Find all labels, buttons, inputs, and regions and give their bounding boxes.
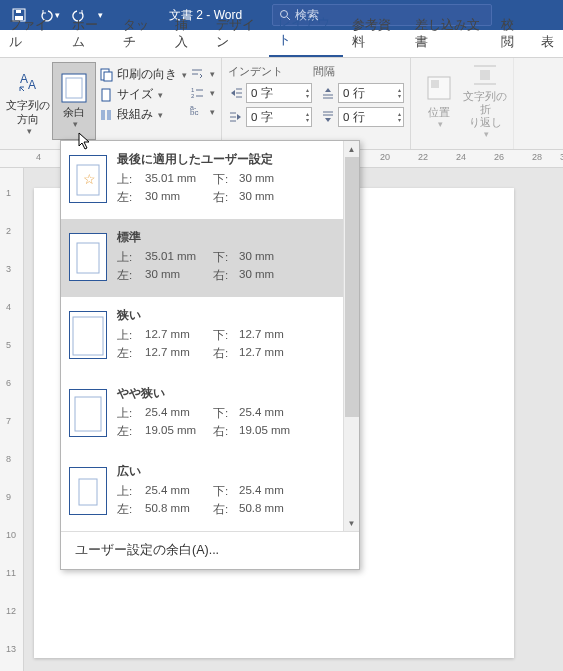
line-numbers-icon: 12 [189, 85, 205, 101]
tab-9[interactable]: 表 [532, 28, 563, 57]
margin-thumb-icon: ☆ [69, 155, 107, 203]
preset-title: 広い [117, 463, 351, 480]
margins-icon [58, 72, 90, 104]
svg-rect-13 [107, 110, 111, 120]
orientation-button[interactable]: 印刷の向き▾ [98, 66, 187, 83]
margin-thumb-icon [69, 389, 107, 437]
svg-text:a-: a- [190, 105, 197, 111]
page-setup-group: AA 文字列の 方向▾ 余白▾ 印刷の向き▾ サイズ▾ 段組み▾ ▾ 12▾ b… [0, 58, 222, 149]
custom-margins-item[interactable]: ユーザー設定の余白(A)... [61, 531, 359, 569]
paragraph-group: インデント 間隔 0 字 0 行 0 字 0 行 [222, 58, 411, 149]
tab-1[interactable]: ホーム [63, 11, 115, 57]
margins-button[interactable]: 余白▾ [52, 62, 96, 140]
hyphenation-button[interactable]: bca-▾ [189, 104, 215, 120]
margin-thumb-icon [69, 467, 107, 515]
tab-6[interactable]: 参考資料 [343, 11, 406, 57]
indent-left-input[interactable]: 0 字 [246, 83, 312, 103]
margins-dropdown: ☆最後に適用したユーザー設定上:35.01 mm下:30 mm左:30 mm右:… [60, 140, 360, 570]
tab-5[interactable]: レイアウト [269, 9, 343, 57]
svg-rect-31 [431, 80, 439, 88]
margin-preset-0[interactable]: ☆最後に適用したユーザー設定上:35.01 mm下:30 mm左:30 mm右:… [61, 141, 359, 219]
columns-button[interactable]: 段組み▾ [98, 106, 187, 123]
svg-text:A: A [28, 78, 36, 92]
margin-preset-4[interactable]: 広い上:25.4 mm下:25.4 mm左:50.8 mm右:50.8 mm [61, 453, 359, 531]
tab-3[interactable]: 挿入 [166, 11, 206, 57]
svg-rect-37 [77, 243, 99, 273]
size-button[interactable]: サイズ▾ [98, 86, 187, 103]
tab-8[interactable]: 校閲 [492, 11, 532, 57]
breaks-button[interactable]: ▾ [189, 66, 215, 82]
margin-preset-1[interactable]: 標準上:35.01 mm下:30 mm左:30 mm右:30 mm [61, 219, 359, 297]
svg-text:2: 2 [191, 93, 195, 99]
vertical-ruler[interactable]: 12345678910111213 [0, 168, 24, 671]
ribbon: AA 文字列の 方向▾ 余白▾ 印刷の向き▾ サイズ▾ 段組み▾ ▾ 12▾ b… [0, 58, 563, 150]
spacing-label: 間隔 [313, 62, 335, 81]
svg-rect-39 [75, 397, 101, 431]
spacing-before-input[interactable]: 0 行 [338, 83, 404, 103]
scroll-down-button[interactable]: ▼ [344, 515, 359, 531]
size-icon [98, 87, 114, 103]
ribbon-tabs: ファイルホームタッチ挿入デザインレイアウト参考資料差し込み文書校閲表 [0, 30, 563, 58]
preset-title: やや狭い [117, 385, 351, 402]
wrap-text-icon [469, 62, 501, 88]
arrange-group: 位置▾ 文字列の折 り返し▾ [411, 58, 514, 149]
indent-right-icon [228, 109, 244, 125]
text-direction-icon: AA [12, 65, 44, 97]
spacing-before-icon [320, 85, 336, 101]
margin-thumb-icon [69, 311, 107, 359]
position-icon [423, 72, 455, 104]
tab-0[interactable]: ファイル [0, 11, 63, 57]
svg-text:☆: ☆ [83, 171, 96, 187]
breaks-icon [189, 66, 205, 82]
preset-title: 最後に適用したユーザー設定 [117, 151, 351, 168]
svg-rect-38 [73, 317, 103, 355]
tab-4[interactable]: デザイン [207, 11, 270, 57]
tab-7[interactable]: 差し込み文書 [406, 11, 491, 57]
margin-thumb-icon [69, 233, 107, 281]
svg-text:A: A [20, 72, 28, 86]
svg-rect-12 [101, 110, 105, 120]
text-direction-button[interactable]: AA 文字列の 方向▾ [6, 62, 50, 140]
svg-rect-32 [480, 70, 490, 80]
orientation-icon [98, 67, 114, 83]
margin-preset-3[interactable]: やや狭い上:25.4 mm下:25.4 mm左:19.05 mm右:19.05 … [61, 375, 359, 453]
columns-icon [98, 107, 114, 123]
preset-title: 狭い [117, 307, 351, 324]
tab-2[interactable]: タッチ [114, 11, 166, 57]
position-button[interactable]: 位置▾ [417, 62, 461, 140]
svg-rect-10 [104, 72, 112, 81]
margin-preset-2[interactable]: 狭い上:12.7 mm下:12.7 mm左:12.7 mm右:12.7 mm [61, 297, 359, 375]
dropdown-scrollbar[interactable]: ▲ ▼ [343, 141, 359, 531]
svg-rect-11 [102, 89, 110, 101]
line-numbers-button[interactable]: 12▾ [189, 85, 215, 101]
spacing-after-icon [320, 109, 336, 125]
svg-rect-40 [79, 479, 97, 505]
indent-right-input[interactable]: 0 字 [246, 107, 312, 127]
indent-label: インデント [228, 62, 283, 81]
spacing-after-input[interactable]: 0 行 [338, 107, 404, 127]
indent-left-icon [228, 85, 244, 101]
hyphenation-icon: bca- [189, 104, 205, 120]
scroll-thumb[interactable] [345, 157, 359, 417]
preset-title: 標準 [117, 229, 351, 246]
scroll-up-button[interactable]: ▲ [344, 141, 359, 157]
wrap-text-button[interactable]: 文字列の折 り返し▾ [463, 62, 507, 140]
